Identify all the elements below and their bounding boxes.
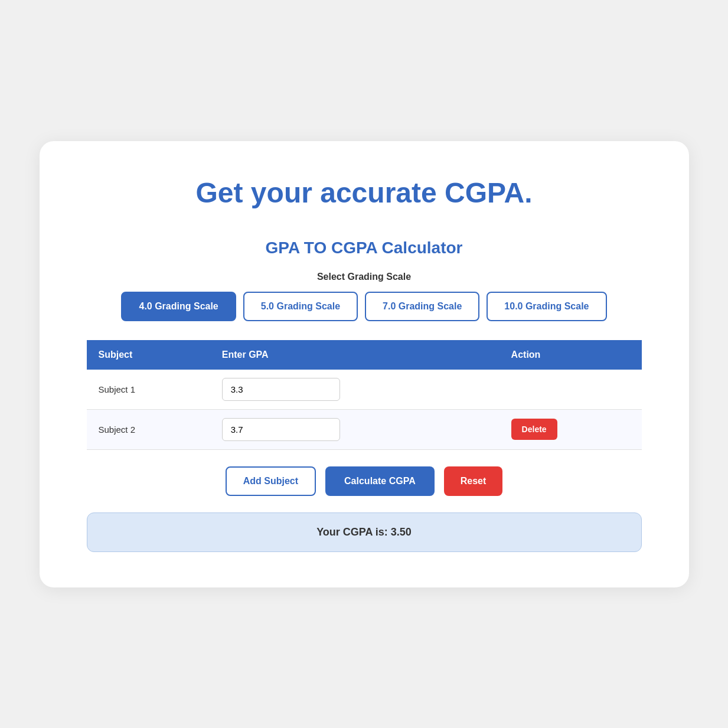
- gpa-cell: [210, 370, 500, 410]
- subject-cell: Subject 2: [87, 409, 210, 449]
- table-body: Subject 1Subject 2Delete: [87, 370, 642, 450]
- gpa-cell: [210, 409, 500, 449]
- section-title: GPA TO CGPA Calculator: [87, 239, 642, 257]
- gpa-input[interactable]: [222, 418, 340, 441]
- delete-button[interactable]: Delete: [511, 419, 557, 440]
- col-subject: Subject: [87, 340, 210, 370]
- action-cell: [500, 370, 642, 410]
- reset-button[interactable]: Reset: [444, 466, 503, 496]
- add-subject-button[interactable]: Add Subject: [226, 466, 316, 496]
- main-title: Get your accurate CGPA.: [87, 177, 642, 209]
- calculate-button[interactable]: Calculate CGPA: [325, 466, 435, 496]
- table-row: Subject 1: [87, 370, 642, 410]
- subjects-table: Subject Enter GPA Action Subject 1Subjec…: [87, 340, 642, 450]
- scale-btn-5[interactable]: 5.0 Grading Scale: [243, 292, 358, 321]
- table-row: Subject 2Delete: [87, 409, 642, 449]
- table-header-row: Subject Enter GPA Action: [87, 340, 642, 370]
- scale-btn-7[interactable]: 7.0 Grading Scale: [365, 292, 479, 321]
- result-box: Your CGPA is: 3.50: [87, 512, 642, 552]
- scale-btn-10[interactable]: 10.0 Grading Scale: [487, 292, 606, 321]
- subject-cell: Subject 1: [87, 370, 210, 410]
- main-card: Get your accurate CGPA. GPA TO CGPA Calc…: [40, 141, 689, 587]
- scale-btn-4[interactable]: 4.0 Grading Scale: [121, 292, 236, 321]
- action-cell: Delete: [500, 409, 642, 449]
- col-gpa: Enter GPA: [210, 340, 500, 370]
- scale-buttons-container: 4.0 Grading Scale 5.0 Grading Scale 7.0 …: [87, 292, 642, 321]
- col-action: Action: [500, 340, 642, 370]
- action-buttons: Add Subject Calculate CGPA Reset: [87, 466, 642, 496]
- gpa-input[interactable]: [222, 378, 340, 401]
- scale-label: Select Grading Scale: [87, 272, 642, 282]
